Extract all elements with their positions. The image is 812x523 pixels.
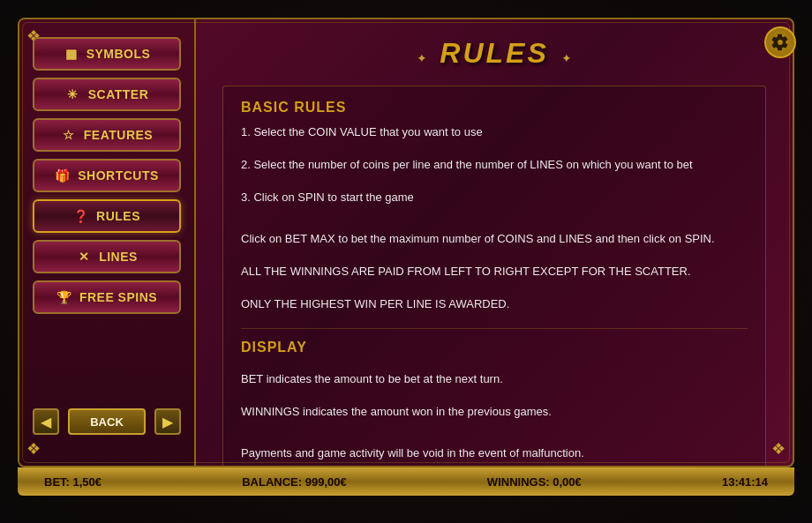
content-area: RULES BASIC RULES 1. Select the COIN VAL… [196,19,793,466]
features-icon: ☆ [61,128,77,142]
rule1-text: 1. Select the COIN VALUE that you want t… [241,123,748,142]
back-button[interactable]: BACK [68,408,147,435]
sidebar-item-lines[interactable]: ✕ Lines [33,240,181,273]
display1-text: BET indicates the amount to be bet at th… [241,370,748,389]
gear-button[interactable] [764,26,796,58]
main-panel: ❖ ❖ ❖ ❖ ▦ Symbols ✳ Scatter ☆ Features 🎁… [18,18,794,467]
balance-display: BALANCE: 999,00€ [242,475,347,489]
basic-rules-heading: BASIC RULES [241,100,748,116]
display2-text: WINNINGS indicates the amount won in the… [241,402,748,422]
sidebar: ▦ Symbols ✳ Scatter ☆ Features 🎁 Shortcu… [19,19,196,466]
rules-box: BASIC RULES 1. Select the COIN VALUE tha… [222,86,766,466]
gear-icon [771,34,789,51]
freespins-icon: 🏆 [56,290,72,304]
bottom-navigation: ◀ BACK ▶ [33,400,181,448]
corner-ornament-bl: ❖ [26,439,41,459]
winnings-display: WINNINGS: 0,00€ [487,475,582,489]
rule5-text: ALL THE WINNINGS ARE PAID FROM LEFT TO R… [241,262,748,281]
rules-icon: ❓ [73,209,89,223]
lines-icon: ✕ [76,250,92,264]
sidebar-item-symbols[interactable]: ▦ Symbols [33,37,181,71]
rule4-text: Click on BET MAX to bet the maximum numb… [241,229,748,249]
sidebar-item-scatter[interactable]: ✳ Scatter [33,78,181,111]
status-bar: BET: 1,50€ BALANCE: 999,00€ WINNINGS: 0,… [18,467,794,496]
sidebar-item-shortcuts[interactable]: 🎁 Shortcuts [33,159,181,192]
prev-arrow-button[interactable]: ◀ [33,408,59,435]
rule6-text: ONLY THE HIGHEST WIN PER LINE IS AWARDED… [241,295,748,314]
display-heading: DISPLAY [241,340,748,355]
section-divider [241,328,748,329]
sidebar-item-freespins[interactable]: 🏆 Free Spins [33,280,181,314]
disclaimer-text: Payments and game activity will be void … [241,444,748,463]
next-arrow-button[interactable]: ▶ [154,408,181,435]
sidebar-item-features[interactable]: ☆ Features [33,118,181,152]
rule3-text: 3. Click on SPIN to start the game [241,188,748,207]
sidebar-item-rules[interactable]: ❓ Rules [33,199,181,233]
bet-display: BET: 1,50€ [44,475,102,489]
shortcuts-icon: 🎁 [55,168,71,183]
page-title-wrapper: RULES [222,37,766,70]
clock-display: 13:41:14 [722,475,768,489]
page-title: RULES [440,37,548,69]
corner-ornament-br: ❖ [771,439,786,459]
scatter-icon: ✳ [65,87,81,101]
rule2-text: 2. Select the number of coins per line a… [241,155,748,175]
symbols-icon: ▦ [64,47,79,61]
